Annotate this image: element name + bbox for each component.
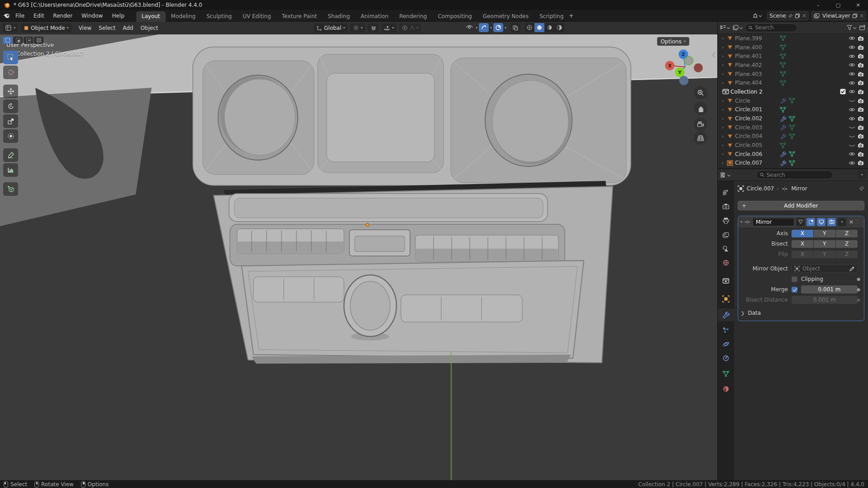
viewport-menu-item[interactable]: Select	[95, 25, 119, 31]
eye-open-icon[interactable]	[847, 71, 856, 76]
properties-search[interactable]	[756, 171, 833, 179]
outliner-row[interactable]: › Plane.404	[718, 78, 868, 87]
eye-open-icon[interactable]	[847, 45, 856, 50]
flip-x-button[interactable]: X	[792, 251, 813, 258]
drag-handle-icon[interactable]: ⁚⁚	[856, 220, 859, 224]
properties-tab-collection[interactable]	[718, 275, 734, 287]
outliner-row[interactable]: › Circle.007	[718, 159, 868, 168]
workspace-tab[interactable]: Layout	[136, 11, 166, 22]
breadcrumb-modifier[interactable]: Mirror	[791, 185, 807, 192]
zoom-button[interactable]	[694, 86, 707, 99]
eye-closed-icon[interactable]	[847, 125, 856, 130]
show-hide-dropdown[interactable]	[464, 23, 474, 32]
merge-checkbox[interactable]	[792, 287, 797, 293]
menu-item[interactable]: Render	[48, 10, 77, 22]
eye-open-icon[interactable]	[847, 36, 856, 41]
camera-visibility-icon[interactable]	[856, 160, 865, 166]
workspace-tab[interactable]: Texture Paint	[277, 11, 322, 22]
editor-type-button[interactable]: ▾	[3, 24, 18, 33]
expand-chevron-icon[interactable]: ›	[720, 98, 726, 103]
camera-visibility-icon[interactable]	[856, 116, 865, 121]
properties-tab-tool[interactable]	[718, 186, 734, 199]
mirror-object-field[interactable]: Object	[792, 265, 858, 273]
camera-visibility-icon[interactable]	[856, 45, 865, 50]
maximize-button[interactable]: ▢	[828, 0, 848, 10]
shading-rendered-button[interactable]	[554, 23, 564, 32]
eye-open-icon[interactable]	[847, 161, 856, 166]
camera-visibility-icon[interactable]	[856, 142, 865, 148]
eye-closed-icon[interactable]	[847, 143, 856, 148]
properties-tab-data[interactable]	[718, 368, 734, 380]
eye-open-icon[interactable]	[847, 107, 856, 112]
add-workspace-button[interactable]: +	[569, 13, 573, 19]
properties-tab-constraints[interactable]	[718, 352, 734, 365]
remove-viewlayer-icon[interactable]: ✕	[859, 13, 864, 19]
close-button[interactable]: ✕	[848, 0, 868, 10]
menu-item[interactable]: Edit	[29, 10, 48, 22]
workspace-tab[interactable]: Rendering	[394, 11, 432, 22]
viewport-3d[interactable]: User Perspective (2) Collection 2 | Circ…	[0, 34, 717, 480]
workspace-tab[interactable]: Animation	[355, 11, 394, 22]
camera-visibility-icon[interactable]	[856, 36, 865, 41]
new-scene-icon[interactable]	[795, 13, 800, 19]
camera-visibility-icon[interactable]	[856, 107, 865, 112]
expand-chevron-icon[interactable]: ›	[720, 81, 726, 85]
expand-chevron-icon[interactable]: ›	[720, 107, 726, 112]
outliner-search[interactable]	[745, 24, 797, 32]
shading-wireframe-button[interactable]	[525, 23, 534, 32]
tool-select-box[interactable]	[3, 51, 18, 64]
eye-closed-icon[interactable]	[847, 98, 856, 103]
blender-menu-icon[interactable]	[3, 13, 11, 19]
new-collection-icon[interactable]	[859, 24, 866, 31]
transform-orientation-dropdown[interactable]: Global ▾	[314, 24, 348, 33]
tool-annotate[interactable]	[3, 148, 18, 162]
properties-tab-output[interactable]	[718, 214, 734, 227]
camera-visibility-icon[interactable]	[856, 89, 865, 95]
expand-chevron-icon[interactable]: ›	[720, 62, 726, 67]
camera-view-button[interactable]	[694, 118, 707, 131]
region-collapse-icon[interactable]: ❮	[712, 52, 716, 57]
tool-rotate[interactable]	[3, 99, 18, 113]
properties-tab-material[interactable]	[718, 383, 734, 395]
camera-visibility-icon[interactable]	[856, 125, 865, 130]
camera-visibility-icon[interactable]	[856, 133, 865, 139]
modifier-extras-dropdown[interactable]: ▾	[838, 218, 846, 226]
workspace-tab[interactable]: Sculpting	[201, 11, 237, 22]
camera-visibility-icon[interactable]	[856, 71, 865, 77]
minimize-button[interactable]: –	[808, 0, 828, 10]
flip-y-button[interactable]: Y	[814, 251, 835, 258]
eye-open-icon[interactable]	[847, 89, 856, 94]
camera-visibility-icon[interactable]	[856, 80, 865, 85]
mode-selector[interactable]: Object Mode ▾	[21, 24, 72, 33]
viewlayer-selector[interactable]: ViewLayer ✕	[811, 11, 866, 20]
tool-move[interactable]	[3, 85, 18, 98]
outliner-row[interactable]: › Circle.006	[718, 150, 868, 159]
new-viewlayer-icon[interactable]	[852, 13, 858, 19]
outliner-row[interactable]: › Plane.401	[718, 52, 868, 61]
workspace-tab[interactable]: UV Editing	[237, 11, 277, 22]
menu-item[interactable]: File	[11, 10, 29, 22]
expand-chevron-icon[interactable]: ›	[720, 161, 726, 166]
expand-chevron-icon[interactable]: ›	[720, 45, 726, 50]
properties-editor-icon[interactable]	[720, 171, 731, 179]
eye-closed-icon[interactable]	[847, 134, 856, 139]
outliner-row[interactable]: › Plane.400	[718, 43, 868, 52]
pivot-point-dropdown[interactable]: ▾	[350, 24, 365, 33]
workspace-tab[interactable]: Scripting	[534, 11, 569, 22]
eye-open-icon[interactable]	[847, 54, 856, 59]
collection-checkbox[interactable]	[838, 89, 847, 95]
viewport-menu-item[interactable]: Object	[137, 25, 162, 31]
outliner-row[interactable]: › Circle	[718, 96, 868, 105]
tool-cursor[interactable]	[3, 66, 18, 79]
outliner-display-mode-icon[interactable]	[732, 24, 743, 31]
pin-icon[interactable]	[859, 186, 864, 191]
eye-open-icon[interactable]	[847, 62, 856, 67]
outliner-row[interactable]: › Plane.403	[718, 70, 868, 79]
outliner-row[interactable]: › Circle.002	[718, 114, 868, 123]
eye-open-icon[interactable]	[847, 81, 856, 85]
breadcrumb-object[interactable]: Circle.007	[747, 185, 774, 192]
tool-add-cube[interactable]	[3, 182, 18, 196]
expand-chevron-icon[interactable]: ›	[720, 116, 726, 121]
outliner-row[interactable]: › Circle.001	[718, 105, 868, 114]
modifier-header[interactable]: ▾	[738, 216, 864, 227]
